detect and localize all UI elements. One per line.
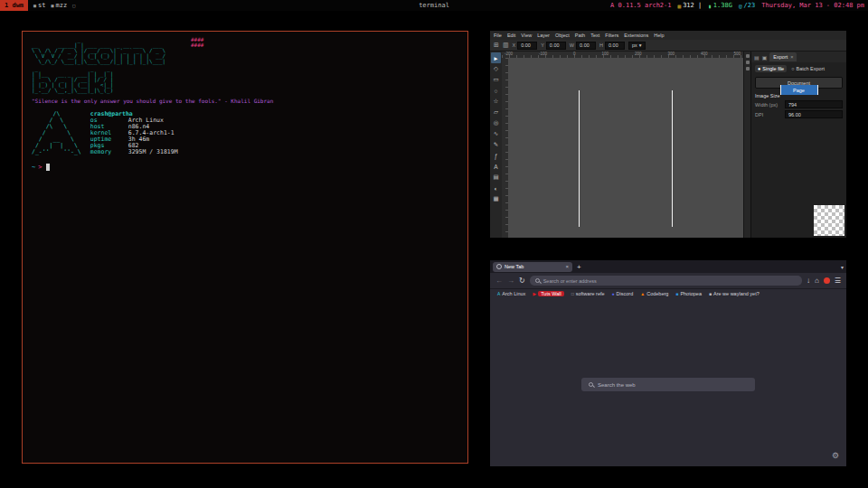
new-tab-button[interactable]: + <box>577 263 581 271</box>
export-tab[interactable]: Export × <box>769 52 797 61</box>
tool-node[interactable]: ◇ <box>491 63 501 74</box>
status-clock: Thursday, Mar 13 - 02:48 pm <box>761 2 864 9</box>
menu-extensions[interactable]: Extensions <box>624 33 648 38</box>
tool-calligraphy[interactable]: ƒ <box>491 150 501 161</box>
horizontal-ruler[interactable]: -200 -100 0 100 200 300 400 500 <box>502 52 743 58</box>
web-search-input[interactable]: Search the web <box>581 378 755 391</box>
inkscape-window[interactable]: File Edit View Layer Object Path Text Fi… <box>490 31 846 238</box>
menu-layer[interactable]: Layer <box>537 33 550 38</box>
bookmark-are-we-wayland-yet[interactable]: ■ Are we wayland yet? <box>709 291 760 296</box>
menu-edit[interactable]: Edit <box>507 33 515 38</box>
downloads-icon[interactable]: ↓ <box>807 277 810 285</box>
single-file-label: Single file <box>762 66 784 71</box>
bookmark-arch-linux[interactable]: A Arch Linux <box>497 291 525 296</box>
workspace-tag[interactable]: 1 dwm <box>0 0 28 11</box>
menu-text[interactable]: Text <box>590 33 599 38</box>
new-tab-page: Search the web ⚙ <box>490 298 846 466</box>
browser-nav-bar: ← → ↻ Search or enter address ↓ ⌂ ☰ <box>490 273 846 288</box>
menu-view[interactable]: View <box>521 33 532 38</box>
shell-prompt[interactable]: ~ > <box>32 164 458 171</box>
tool-star[interactable]: ☆ <box>491 96 501 107</box>
tool-pen[interactable]: ✎ <box>491 139 501 150</box>
dpi-input[interactable]: 96.00 <box>785 110 843 118</box>
tool-selector[interactable]: ► <box>491 52 501 63</box>
terminal-window[interactable]: _ __ _____| | ___ ___ _ __ ___ ___ \ \ /… <box>22 31 468 464</box>
search-placeholder: Search the web <box>598 382 636 388</box>
x-value[interactable]: 0.00 <box>517 42 537 50</box>
close-icon[interactable]: × <box>790 54 793 60</box>
selection-mode-icon[interactable]: ⊞ <box>494 42 499 49</box>
tool-rectangle[interactable]: ▭ <box>491 74 501 85</box>
snap-toggle-icon[interactable] <box>746 61 750 64</box>
network-icon: ▥ <box>678 3 682 9</box>
browser-window[interactable]: New Tab × + ▾ ← → ↻ Search or enter addr… <box>490 260 846 466</box>
menu-help[interactable]: Help <box>654 33 664 38</box>
list-tabs-icon[interactable]: ▾ <box>841 264 844 270</box>
menu-icon[interactable]: ☰ <box>835 277 841 285</box>
tool-ellipse[interactable]: ○ <box>491 85 501 96</box>
home-icon[interactable]: ⌂ <box>815 277 819 285</box>
statusbar-app-mzz[interactable]: ■ mzz <box>52 2 68 9</box>
tool-dropper[interactable]: ◐ <box>491 183 501 193</box>
back-button[interactable]: ← <box>495 277 503 285</box>
prompt-caret: > <box>38 164 42 171</box>
tab-close-icon[interactable]: × <box>565 264 569 269</box>
menu-object[interactable]: Object <box>555 33 570 38</box>
app-square-icon: □ <box>72 3 75 8</box>
menu-path[interactable]: Path <box>575 33 585 38</box>
statusbar-app-st[interactable]: ■ st <box>33 2 45 9</box>
width-input[interactable]: 794 <box>785 100 843 108</box>
fetch-row-memory: memory3295M / 31819M <box>90 149 178 155</box>
extension-icon[interactable] <box>824 277 830 284</box>
unit-dropdown[interactable]: px ▾ <box>628 42 646 50</box>
gear-icon[interactable]: ⚙ <box>832 451 839 460</box>
search-icon <box>589 382 593 387</box>
snap-toggle-icon[interactable] <box>746 54 750 58</box>
h-value[interactable]: 0.00 <box>605 42 625 50</box>
fetch-info: crash@partha osArch Linux hostn86.n4 ker… <box>90 111 178 155</box>
document-page[interactable] <box>579 90 673 227</box>
bookmark-photopea[interactable]: ■ Photopea <box>675 291 702 296</box>
inkscape-canvas[interactable] <box>508 58 743 238</box>
ruler-mark: 400 <box>701 52 708 56</box>
bounding-box-icon[interactable]: ▥ <box>503 42 509 49</box>
bookmark-codeberg[interactable]: ▲ Codeberg <box>640 291 668 296</box>
bookmark-label: software refe <box>576 291 605 296</box>
bookmarks-bar: A Arch Linux ▶ Tuts Wall □ software refe… <box>490 288 846 298</box>
bookmark-discord[interactable]: ● Discord <box>612 291 634 296</box>
bookmark-software-refe[interactable]: □ software refe <box>571 291 605 296</box>
tab-new-tab[interactable]: New Tab × <box>493 262 572 272</box>
tool-gradient[interactable]: ▤ <box>491 172 501 183</box>
menu-filters[interactable]: Filters <box>605 33 618 38</box>
tool-bucket[interactable]: ▦ <box>491 193 501 204</box>
export-mode-row: ● Single file ○ Batch Export <box>751 62 846 75</box>
w-value[interactable]: 0.00 <box>576 42 596 50</box>
reload-button[interactable]: ↻ <box>519 277 525 285</box>
tool-3dbox[interactable]: ▱ <box>491 107 501 117</box>
tool-text[interactable]: A <box>491 161 501 172</box>
export-preview-transparency <box>814 205 844 236</box>
snap-toggle-icon[interactable] <box>746 67 750 70</box>
inkscape-menubar: File Edit View Layer Object Path Text Fi… <box>490 31 846 40</box>
statusbar-app-empty[interactable]: □ <box>72 3 75 8</box>
app-label: mzz <box>56 2 68 9</box>
batch-export-label: Batch Export <box>797 66 826 71</box>
y-field: Y 0.00 <box>541 42 566 50</box>
fetch-key: memory <box>90 149 128 155</box>
tool-freehand[interactable]: ∿ <box>491 128 501 139</box>
tool-spiral[interactable]: ◎ <box>491 117 501 128</box>
menu-file[interactable]: File <box>494 33 502 38</box>
url-bar[interactable]: Search or enter address <box>530 276 802 286</box>
page-button[interactable]: Page <box>780 85 818 89</box>
bookmark-favicon: ● <box>612 291 615 296</box>
single-file-mode[interactable]: ● Single file <box>755 65 787 72</box>
vertical-ruler[interactable] <box>502 58 508 238</box>
dock-tab-icon[interactable]: ▤ <box>754 54 760 61</box>
y-value[interactable]: 0.00 <box>546 42 566 50</box>
bookmark-tuts-wall[interactable]: ▶ Tuts Wall <box>533 291 563 296</box>
batch-export-mode[interactable]: ○ Batch Export <box>791 66 825 71</box>
y-label: Y <box>541 42 544 48</box>
status-bar: 1 dwm ■ st ■ mzz □ terminal A 0.11.5 arc… <box>0 0 868 11</box>
dock-tab-icon[interactable]: ▣ <box>762 54 768 61</box>
forward-button[interactable]: → <box>507 277 514 285</box>
